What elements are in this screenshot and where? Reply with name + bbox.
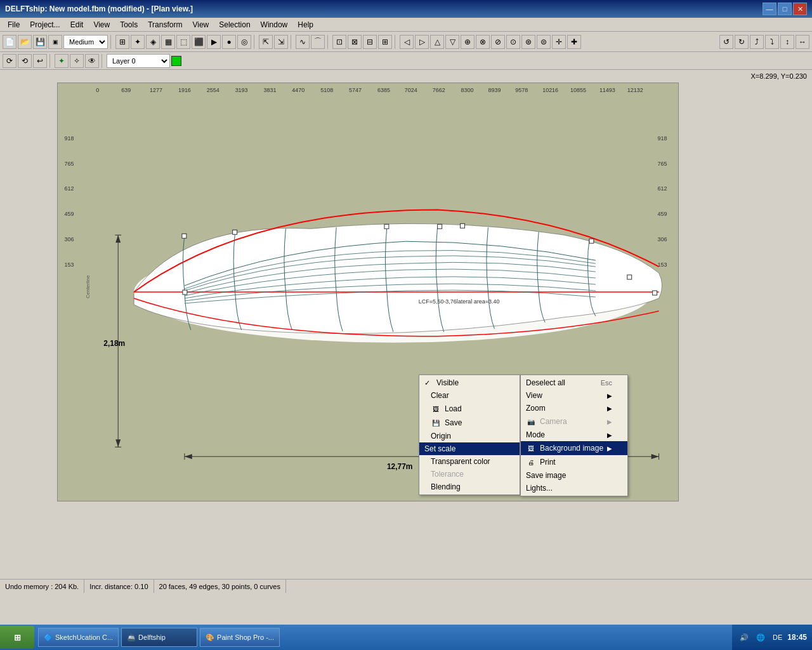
medium-dropdown[interactable]: Medium bbox=[63, 35, 108, 49]
tb-view1[interactable]: ⊡ bbox=[332, 35, 346, 49]
ctx-zoom[interactable]: Zoom bbox=[521, 402, 627, 415]
tb-far5[interactable]: ↕ bbox=[780, 35, 794, 49]
small-icon[interactable]: ▣ bbox=[48, 35, 62, 49]
tb-r9[interactable]: ⊛ bbox=[521, 35, 535, 49]
menu-tools[interactable]: Tools bbox=[115, 19, 143, 30]
ctx-save-image[interactable]: Save image bbox=[521, 469, 627, 482]
menu-view[interactable]: View bbox=[88, 19, 115, 30]
ctx-lights[interactable]: Lights... bbox=[521, 482, 627, 494]
menu-transform[interactable]: Transform bbox=[143, 19, 187, 30]
tb-zoom-btn[interactable]: ⇱ bbox=[259, 35, 273, 49]
svg-text:0: 0 bbox=[96, 87, 99, 93]
tb-btn-3[interactable]: ✦ bbox=[131, 35, 145, 49]
taskbar-delftship[interactable]: 🚢 Delftship bbox=[121, 628, 197, 647]
tb-curve1[interactable]: ∿ bbox=[296, 35, 310, 49]
load-label: Load bbox=[445, 404, 462, 413]
tb-far6[interactable]: ↔ bbox=[796, 35, 809, 49]
tb-r11[interactable]: ✛ bbox=[552, 35, 566, 49]
tb-curve2[interactable]: ⌒ bbox=[311, 35, 325, 49]
tb2-1[interactable]: ⟳ bbox=[3, 54, 16, 68]
tb2-star2[interactable]: ✧ bbox=[70, 54, 84, 68]
titlebar: DELFTship: New model.fbm (modified) - [P… bbox=[0, 0, 812, 18]
ctx-set-scale[interactable]: Set scale bbox=[419, 442, 520, 455]
menu-project[interactable]: Project... bbox=[25, 19, 65, 30]
camera-label: Camera bbox=[540, 417, 567, 426]
tb-btn-9[interactable]: ● bbox=[222, 35, 236, 49]
tb-far3[interactable]: ⤴ bbox=[750, 35, 764, 49]
ctx-origin[interactable]: Origin bbox=[419, 430, 520, 442]
tb-r4[interactable]: ▽ bbox=[445, 35, 459, 49]
ctx-blending[interactable]: Blending bbox=[419, 481, 520, 493]
minimize-button[interactable]: — bbox=[763, 3, 776, 15]
ctx-transparent-color[interactable]: Transparent color bbox=[419, 455, 520, 468]
svg-text:11493: 11493 bbox=[599, 87, 615, 93]
deselect-shortcut: Esc bbox=[601, 379, 612, 387]
tb-btn-10[interactable]: ◎ bbox=[237, 35, 251, 49]
ctx-save[interactable]: 💾 Save bbox=[419, 416, 520, 430]
tb-far4[interactable]: ⤵ bbox=[765, 35, 779, 49]
sep4 bbox=[327, 35, 330, 49]
tb-btn-8[interactable]: ▶ bbox=[207, 35, 221, 49]
open-button[interactable]: 📂 bbox=[18, 35, 32, 49]
tb2-2[interactable]: ⟲ bbox=[18, 54, 32, 68]
start-button[interactable]: ⊞ bbox=[0, 626, 34, 649]
svg-text:8300: 8300 bbox=[461, 87, 474, 93]
tb-r12[interactable]: ✚ bbox=[567, 35, 581, 49]
menu-help[interactable]: Help bbox=[292, 19, 318, 30]
menu-edit[interactable]: Edit bbox=[65, 19, 89, 30]
tb2-eye[interactable]: 👁 bbox=[85, 54, 99, 68]
layer-color-swatch[interactable] bbox=[171, 56, 181, 66]
tb-btn-2[interactable]: ⊞ bbox=[115, 35, 129, 49]
tb-r1[interactable]: ◁ bbox=[400, 35, 414, 49]
ctx-visible[interactable]: Visible bbox=[419, 376, 520, 389]
zoom-label: Zoom bbox=[526, 404, 546, 413]
tb-far1[interactable]: ↺ bbox=[719, 35, 733, 49]
tb-r6[interactable]: ⊗ bbox=[476, 35, 490, 49]
tb-r2[interactable]: ▷ bbox=[415, 35, 429, 49]
tb-r8[interactable]: ⊙ bbox=[506, 35, 520, 49]
taskbar-paintshop[interactable]: 🎨 Paint Shop Pro -... bbox=[200, 628, 280, 647]
menu-selection[interactable]: Selection bbox=[214, 19, 255, 30]
tb-btn-5[interactable]: ▦ bbox=[161, 35, 175, 49]
svg-text:5108: 5108 bbox=[320, 87, 333, 93]
tb2-star[interactable]: ✦ bbox=[55, 54, 69, 68]
ctx-deselect-all[interactable]: Deselect all Esc bbox=[521, 376, 627, 389]
taskbar-sketchucation[interactable]: 🔷 SketchUcation C... bbox=[38, 628, 119, 647]
delftship-icon: 🚢 bbox=[127, 633, 136, 642]
visible-label: Visible bbox=[436, 378, 459, 387]
tb-r3[interactable]: △ bbox=[430, 35, 444, 49]
new-button[interactable]: 📄 bbox=[3, 35, 16, 49]
layer-dropdown[interactable]: Layer 0 bbox=[107, 54, 170, 68]
tb-r5[interactable]: ⊕ bbox=[461, 35, 475, 49]
menu-file[interactable]: File bbox=[3, 19, 25, 30]
sep6 bbox=[49, 54, 52, 68]
tray-language[interactable]: DE bbox=[770, 633, 785, 641]
save-button[interactable]: 💾 bbox=[33, 35, 47, 49]
ctx-clear[interactable]: Clear bbox=[419, 389, 520, 402]
menu-view2[interactable]: View bbox=[187, 19, 214, 30]
tb2-3[interactable]: ↩ bbox=[33, 54, 47, 68]
svg-text:9578: 9578 bbox=[515, 87, 528, 93]
tb-zoom2-btn[interactable]: ⇲ bbox=[274, 35, 288, 49]
ctx-mode[interactable]: Mode bbox=[521, 428, 627, 441]
tb-view3[interactable]: ⊟ bbox=[363, 35, 377, 49]
tb-btn-7[interactable]: ⬛ bbox=[192, 35, 206, 49]
close-button[interactable]: ✕ bbox=[793, 3, 807, 15]
tb-btn-4[interactable]: ◈ bbox=[146, 35, 160, 49]
ctx-load[interactable]: 🖼 Load bbox=[419, 402, 520, 416]
tb-view4[interactable]: ⊞ bbox=[378, 35, 392, 49]
tb-btn-6[interactable]: ⬚ bbox=[176, 35, 190, 49]
tb-r7[interactable]: ⊘ bbox=[491, 35, 505, 49]
ctx-background-image[interactable]: 🖼 Background image bbox=[521, 441, 627, 455]
svg-text:459: 459 bbox=[658, 211, 667, 217]
tb-far2[interactable]: ↻ bbox=[735, 35, 749, 49]
tb-r10[interactable]: ⊜ bbox=[537, 35, 551, 49]
tb-view2[interactable]: ⊠ bbox=[348, 35, 362, 49]
maximize-button[interactable]: □ bbox=[778, 3, 792, 15]
ctx-print[interactable]: 🖨 Print bbox=[521, 455, 627, 469]
ctx-view[interactable]: View bbox=[521, 389, 627, 402]
background-image-label: Background image bbox=[540, 444, 603, 453]
context-menu-view: Deselect all Esc View Zoom 📷 Camera Mode… bbox=[520, 375, 628, 496]
menu-window[interactable]: Window bbox=[256, 19, 293, 30]
toolbar-right-group: ◁ ▷ △ ▽ ⊕ ⊗ ⊘ ⊙ ⊛ ⊜ ✛ ✚ bbox=[400, 35, 581, 49]
